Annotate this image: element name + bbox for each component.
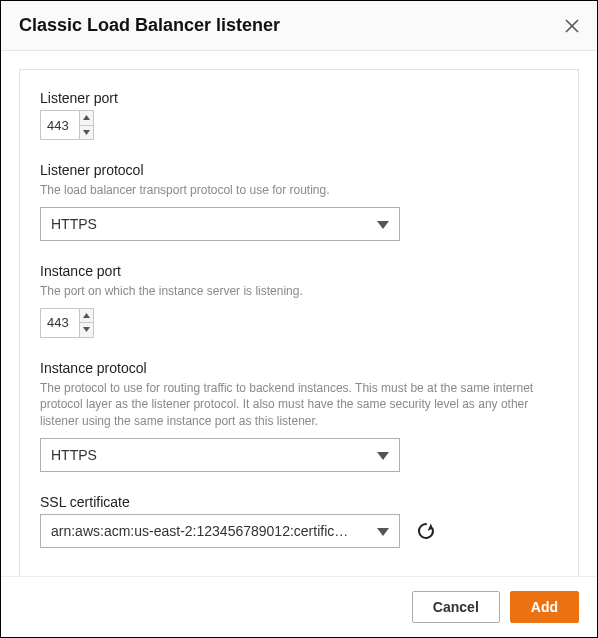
listener-port-input[interactable] <box>41 111 79 139</box>
instance-port-input[interactable] <box>41 309 79 337</box>
stepper-down-icon[interactable] <box>80 323 93 337</box>
listener-protocol-value: HTTPS <box>51 216 97 232</box>
svg-marker-2 <box>83 115 90 120</box>
listener-protocol-select[interactable]: HTTPS <box>40 207 400 241</box>
instance-protocol-select[interactable]: HTTPS <box>40 438 400 472</box>
instance-port-help: The port on which the instance server is… <box>40 283 558 300</box>
field-ssl-certificate: SSL certificate arn:aws:acm:us-east-2:12… <box>40 494 558 548</box>
dialog-header: Classic Load Balancer listener <box>1 1 597 51</box>
field-instance-port: Instance port The port on which the inst… <box>40 263 558 338</box>
svg-marker-5 <box>83 313 90 318</box>
form-panel: Listener port Listener protocol The <box>19 69 579 576</box>
stepper-up-icon[interactable] <box>80 309 93 324</box>
svg-marker-7 <box>377 452 389 460</box>
svg-marker-3 <box>83 130 90 135</box>
instance-protocol-help: The protocol to use for routing traffic … <box>40 380 558 430</box>
instance-port-stepper <box>40 308 94 338</box>
svg-marker-4 <box>377 221 389 229</box>
instance-port-label: Instance port <box>40 263 558 279</box>
svg-marker-6 <box>83 327 90 332</box>
chevron-down-icon <box>377 215 389 233</box>
refresh-icon[interactable] <box>416 521 436 541</box>
chevron-down-icon <box>377 446 389 464</box>
dialog-body: Listener port Listener protocol The <box>1 51 597 576</box>
listener-port-stepper <box>40 110 94 140</box>
listener-protocol-label: Listener protocol <box>40 162 558 178</box>
chevron-down-icon <box>377 522 389 540</box>
cancel-button[interactable]: Cancel <box>412 591 500 623</box>
close-icon[interactable] <box>565 19 579 33</box>
ssl-certificate-label: SSL certificate <box>40 494 558 510</box>
stepper-up-icon[interactable] <box>80 111 93 126</box>
field-listener-protocol: Listener protocol The load balancer tran… <box>40 162 558 241</box>
svg-marker-8 <box>377 528 389 536</box>
instance-port-stepper-controls <box>79 309 93 337</box>
dialog-title: Classic Load Balancer listener <box>19 15 280 36</box>
dialog-footer: Cancel Add <box>1 576 597 637</box>
ssl-certificate-value: arn:aws:acm:us-east-2:123456789012:certi… <box>51 523 348 539</box>
field-instance-protocol: Instance protocol The protocol to use fo… <box>40 360 558 472</box>
listener-protocol-help: The load balancer transport protocol to … <box>40 182 558 199</box>
instance-protocol-value: HTTPS <box>51 447 97 463</box>
stepper-down-icon[interactable] <box>80 126 93 140</box>
field-listener-port: Listener port <box>40 90 558 140</box>
listener-port-label: Listener port <box>40 90 558 106</box>
dialog: Classic Load Balancer listener Listener … <box>0 0 598 638</box>
add-button[interactable]: Add <box>510 591 579 623</box>
svg-marker-9 <box>426 524 433 531</box>
instance-protocol-label: Instance protocol <box>40 360 558 376</box>
ssl-certificate-row: arn:aws:acm:us-east-2:123456789012:certi… <box>40 514 558 548</box>
listener-port-stepper-controls <box>79 111 93 139</box>
ssl-certificate-select[interactable]: arn:aws:acm:us-east-2:123456789012:certi… <box>40 514 400 548</box>
